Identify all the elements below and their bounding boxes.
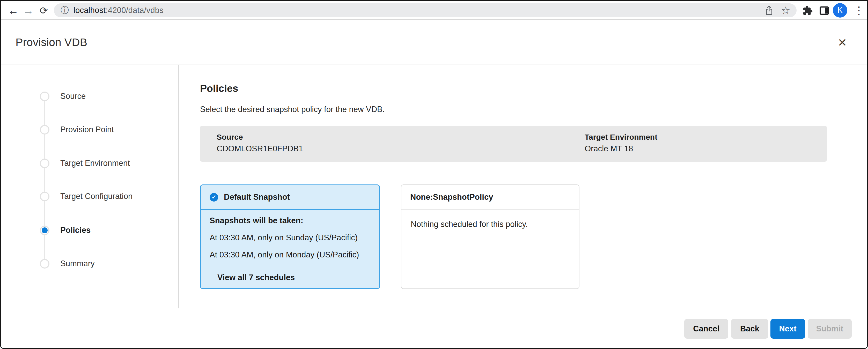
source-value: CDOMLOSR1E0FPDB1 [217, 144, 303, 153]
step-circle [40, 192, 50, 201]
submit-button[interactable]: Submit [808, 319, 852, 339]
schedule-line: At 03:30 AM, only on Sunday (US/Pacific) [210, 233, 371, 243]
policy-card-default-snapshot[interactable]: ✓ Default Snapshot Snapshots will be tak… [200, 185, 380, 289]
dialog-header: Provision VDB ✕ [1, 21, 867, 64]
stepper-connector-line [44, 96, 45, 264]
target-environment-value: Oracle MT 18 [585, 144, 657, 153]
close-icon[interactable]: ✕ [835, 35, 849, 50]
policy-card-title: None:SnapshotPolicy [410, 192, 493, 202]
step-circle [40, 125, 50, 134]
source-target-summary: Source CDOMLOSR1E0FPDB1 Target Environme… [200, 126, 827, 162]
source-label: Source [217, 133, 303, 141]
reload-icon[interactable]: ⟳ [37, 4, 50, 17]
browser-toolbar: ← → ⟳ ⓘ localhost:4200/data/vdbs ☆ [1, 1, 867, 20]
address-bar[interactable]: ⓘ localhost:4200/data/vdbs ☆ [54, 3, 797, 17]
selected-check-icon: ✓ [210, 193, 218, 201]
policy-card-header: ✓ Default Snapshot [201, 185, 379, 210]
schedules-heading: Snapshots will be taken: [210, 216, 371, 225]
nothing-scheduled-text: Nothing scheduled for this policy. [411, 220, 571, 229]
step-circle [40, 92, 50, 101]
step-label: Target Configuration [60, 192, 132, 201]
summary-source: Source CDOMLOSR1E0FPDB1 [217, 133, 303, 153]
step-circle [40, 259, 50, 268]
step-circle [40, 159, 50, 168]
url-text[interactable]: localhost:4200/data/vdbs [73, 3, 163, 17]
section-subtitle: Select the desired snapshot policy for t… [200, 105, 384, 114]
summary-target: Target Environment Oracle MT 18 [585, 133, 657, 153]
browser-window: ← → ⟳ ⓘ localhost:4200/data/vdbs ☆ [0, 0, 868, 349]
step-circle-active [40, 226, 50, 235]
sidebar-divider [178, 65, 179, 308]
policy-card-header: None:SnapshotPolicy [401, 185, 579, 210]
step-label: Policies [60, 226, 91, 235]
bookmark-star-icon[interactable]: ☆ [780, 5, 791, 15]
step-label: Summary [60, 259, 95, 268]
forward-icon[interactable]: → [22, 4, 34, 17]
policy-card-title: Default Snapshot [224, 192, 290, 202]
policy-card-none-snapshot-policy[interactable]: None:SnapshotPolicy Nothing scheduled fo… [401, 185, 580, 289]
step-label: Target Environment [60, 159, 130, 168]
view-all-schedules-link[interactable]: View all 7 schedules [217, 273, 295, 282]
target-environment-label: Target Environment [585, 133, 657, 141]
step-label: Source [60, 92, 86, 101]
cancel-button[interactable]: Cancel [684, 319, 728, 339]
back-icon[interactable]: ← [7, 4, 20, 17]
profile-avatar[interactable]: K [833, 3, 847, 18]
extensions-icon[interactable] [802, 5, 813, 16]
schedule-line: At 03:30 AM, only on Monday (US/Pacific) [210, 250, 371, 259]
step-label: Provision Point [60, 125, 114, 134]
share-icon[interactable] [764, 5, 774, 15]
next-button[interactable]: Next [770, 319, 805, 339]
policy-card-body: Nothing scheduled for this policy. [401, 210, 579, 229]
page-info-icon[interactable]: ⓘ [61, 3, 69, 17]
page-title: Provision VDB [16, 21, 87, 64]
policy-card-body: Snapshots will be taken: At 03:30 AM, on… [201, 210, 379, 282]
url-path: :4200/data/vdbs [105, 6, 163, 15]
section-heading: Policies [200, 83, 238, 94]
side-panel-icon[interactable] [818, 5, 830, 16]
back-button[interactable]: Back [731, 319, 768, 339]
browser-menu-icon[interactable]: ⋮ [853, 4, 865, 16]
url-host: localhost [73, 6, 105, 15]
